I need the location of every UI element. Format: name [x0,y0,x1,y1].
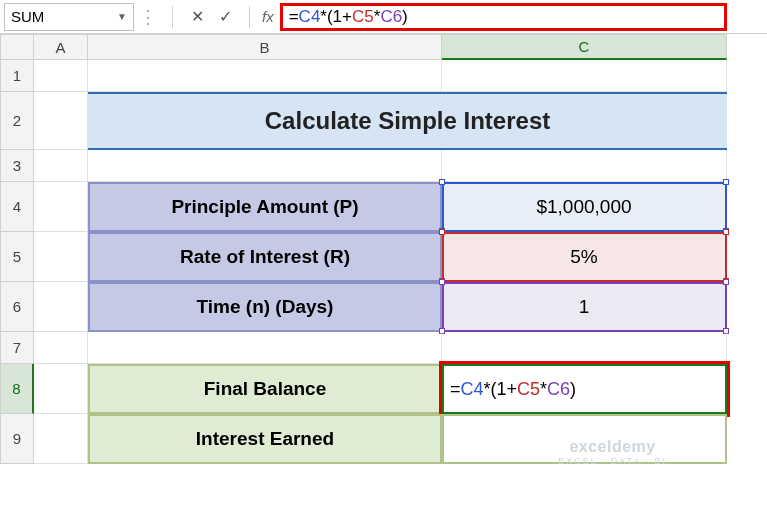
formula-input[interactable]: =C4*(1+C5*C6) [280,3,727,31]
select-all-corner[interactable] [0,34,34,60]
label-interest-earned[interactable]: Interest Earned [88,414,442,464]
label-rate[interactable]: Rate of Interest (R) [88,232,442,282]
col-header-a[interactable]: A [34,34,88,60]
row-header-1[interactable]: 1 [0,60,34,92]
label-time[interactable]: Time (n) (Days) [88,282,442,332]
label-final-balance[interactable]: Final Balance [88,364,442,414]
name-box[interactable]: SUM ▼ [4,3,134,31]
cell[interactable] [34,332,88,364]
col-header-c[interactable]: C [442,34,727,60]
cell[interactable] [442,332,727,364]
more-icon[interactable]: ⋮ [134,3,162,31]
watermark: exceldemy EXCEL · DATA · BI [558,438,667,466]
active-cell-c8[interactable]: =C4*(1+C5*C6) [442,364,727,414]
value-principle[interactable]: $1,000,000 [442,182,727,232]
row-header-8[interactable]: 8 [0,364,34,414]
cell[interactable] [34,60,88,92]
row-header-6[interactable]: 6 [0,282,34,332]
row-header-3[interactable]: 3 [0,150,34,182]
cell[interactable] [34,182,88,232]
cell[interactable] [34,232,88,282]
cell[interactable] [88,60,442,92]
divider [172,6,173,28]
label-principle[interactable]: Principle Amount (P) [88,182,442,232]
title-cell[interactable]: Calculate Simple Interest [88,92,727,150]
cell[interactable] [88,150,442,182]
cell[interactable] [34,414,88,464]
cell[interactable] [442,150,727,182]
value-time[interactable]: 1 [442,282,727,332]
row-header-4[interactable]: 4 [0,182,34,232]
row-header-9[interactable]: 9 [0,414,34,464]
value-rate[interactable]: 5% [442,232,727,282]
cell[interactable] [88,332,442,364]
cell[interactable] [34,92,88,150]
chevron-down-icon[interactable]: ▼ [117,11,127,22]
confirm-icon[interactable]: ✓ [211,3,239,31]
row-header-5[interactable]: 5 [0,232,34,282]
formula-bar: SUM ▼ ⋮ ✕ ✓ fx =C4*(1+C5*C6) [0,0,767,34]
fx-icon[interactable]: fx [262,8,274,25]
cell[interactable] [442,60,727,92]
col-header-b[interactable]: B [88,34,442,60]
row-header-2[interactable]: 2 [0,92,34,150]
cancel-icon[interactable]: ✕ [183,3,211,31]
cell[interactable] [34,150,88,182]
row-header-7[interactable]: 7 [0,332,34,364]
cell[interactable] [34,282,88,332]
cell[interactable] [34,364,88,414]
grid: 1 2 Calculate Simple Interest 3 4 Princi… [0,60,767,464]
divider [249,6,250,28]
name-box-text: SUM [11,8,44,25]
